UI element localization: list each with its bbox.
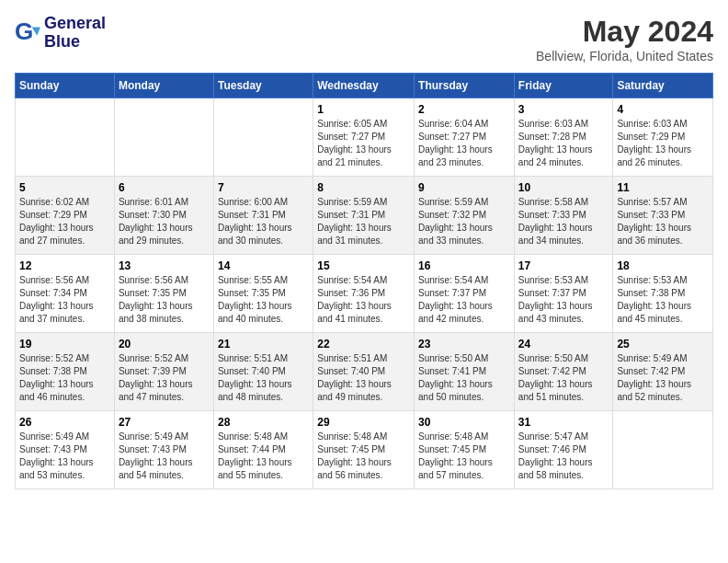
calendar-cell: 17Sunrise: 5:53 AM Sunset: 7:37 PM Dayli…: [514, 255, 613, 333]
column-header-friday: Friday: [514, 74, 613, 98]
day-info: Sunrise: 5:51 AM Sunset: 7:40 PM Dayligh…: [218, 352, 309, 404]
day-info: Sunrise: 6:03 AM Sunset: 7:29 PM Dayligh…: [617, 118, 709, 169]
day-number: 24: [518, 338, 609, 350]
day-info: Sunrise: 6:00 AM Sunset: 7:31 PM Dayligh…: [218, 196, 309, 247]
day-info: Sunrise: 5:54 AM Sunset: 7:36 PM Dayligh…: [317, 274, 410, 326]
day-info: Sunrise: 6:03 AM Sunset: 7:28 PM Dayligh…: [518, 118, 609, 169]
day-info: Sunrise: 6:01 AM Sunset: 7:30 PM Dayligh…: [119, 196, 210, 247]
week-row-4: 19Sunrise: 5:52 AM Sunset: 7:38 PM Dayli…: [16, 333, 713, 411]
day-info: Sunrise: 5:54 AM Sunset: 7:37 PM Dayligh…: [418, 274, 510, 326]
calendar-body: 1Sunrise: 6:05 AM Sunset: 7:27 PM Daylig…: [16, 98, 713, 489]
calendar-cell: 12Sunrise: 5:56 AM Sunset: 7:34 PM Dayli…: [16, 255, 115, 333]
day-info: Sunrise: 5:53 AM Sunset: 7:38 PM Dayligh…: [617, 274, 709, 326]
day-number: 13: [119, 259, 210, 272]
day-number: 4: [617, 103, 709, 116]
logo-text: General Blue: [44, 15, 106, 52]
calendar-cell: 9Sunrise: 5:59 AM Sunset: 7:32 PM Daylig…: [415, 177, 515, 255]
day-number: 5: [19, 181, 110, 194]
calendar-cell: 4Sunrise: 6:03 AM Sunset: 7:29 PM Daylig…: [613, 98, 713, 177]
day-info: Sunrise: 6:04 AM Sunset: 7:27 PM Dayligh…: [418, 118, 510, 169]
calendar-cell: [16, 98, 115, 177]
day-info: Sunrise: 5:56 AM Sunset: 7:34 PM Dayligh…: [19, 274, 110, 326]
day-number: 27: [119, 416, 210, 429]
day-info: Sunrise: 5:59 AM Sunset: 7:31 PM Dayligh…: [317, 196, 410, 247]
title-area: May 2024 Bellview, Florida, United State…: [536, 15, 713, 63]
header-row: SundayMondayTuesdayWednesdayThursdayFrid…: [16, 74, 713, 98]
day-info: Sunrise: 5:49 AM Sunset: 7:43 PM Dayligh…: [19, 431, 110, 482]
calendar-cell: 30Sunrise: 5:48 AM Sunset: 7:45 PM Dayli…: [415, 411, 515, 489]
day-info: Sunrise: 5:53 AM Sunset: 7:37 PM Dayligh…: [518, 274, 609, 326]
logo-line2: Blue: [44, 33, 106, 52]
day-number: 1: [317, 103, 410, 116]
calendar-cell: 20Sunrise: 5:52 AM Sunset: 7:39 PM Dayli…: [114, 333, 213, 411]
main-title: May 2024: [536, 15, 713, 49]
day-number: 16: [418, 259, 510, 272]
day-info: Sunrise: 5:50 AM Sunset: 7:41 PM Dayligh…: [418, 352, 510, 404]
svg-text:G: G: [15, 20, 33, 45]
day-number: 14: [218, 259, 309, 272]
day-info: Sunrise: 5:48 AM Sunset: 7:44 PM Dayligh…: [218, 431, 309, 482]
day-number: 2: [418, 103, 510, 116]
calendar-cell: [114, 98, 213, 177]
calendar-cell: [213, 98, 313, 177]
day-number: 31: [518, 416, 609, 429]
calendar-cell: 26Sunrise: 5:49 AM Sunset: 7:43 PM Dayli…: [16, 411, 115, 489]
week-row-3: 12Sunrise: 5:56 AM Sunset: 7:34 PM Dayli…: [16, 255, 713, 333]
day-number: 7: [218, 181, 309, 194]
day-info: Sunrise: 5:55 AM Sunset: 7:35 PM Dayligh…: [218, 274, 309, 326]
calendar-cell: 24Sunrise: 5:50 AM Sunset: 7:42 PM Dayli…: [514, 333, 613, 411]
calendar-cell: 15Sunrise: 5:54 AM Sunset: 7:36 PM Dayli…: [313, 255, 415, 333]
day-number: 17: [518, 259, 609, 272]
calendar-cell: 25Sunrise: 5:49 AM Sunset: 7:42 PM Dayli…: [613, 333, 713, 411]
day-info: Sunrise: 5:52 AM Sunset: 7:39 PM Dayligh…: [119, 352, 210, 404]
column-header-monday: Monday: [114, 74, 213, 98]
day-info: Sunrise: 5:48 AM Sunset: 7:45 PM Dayligh…: [317, 431, 410, 482]
calendar-cell: 31Sunrise: 5:47 AM Sunset: 7:46 PM Dayli…: [514, 411, 613, 489]
week-row-5: 26Sunrise: 5:49 AM Sunset: 7:43 PM Dayli…: [16, 411, 713, 489]
calendar-cell: 14Sunrise: 5:55 AM Sunset: 7:35 PM Dayli…: [213, 255, 313, 333]
calendar-cell: 11Sunrise: 5:57 AM Sunset: 7:33 PM Dayli…: [613, 177, 713, 255]
week-row-1: 1Sunrise: 6:05 AM Sunset: 7:27 PM Daylig…: [16, 98, 713, 177]
calendar-cell: 18Sunrise: 5:53 AM Sunset: 7:38 PM Dayli…: [613, 255, 713, 333]
column-header-wednesday: Wednesday: [313, 74, 415, 98]
day-info: Sunrise: 5:49 AM Sunset: 7:42 PM Dayligh…: [617, 352, 709, 404]
calendar-table: SundayMondayTuesdayWednesdayThursdayFrid…: [15, 73, 713, 489]
day-number: 15: [317, 259, 410, 272]
calendar-cell: 23Sunrise: 5:50 AM Sunset: 7:41 PM Dayli…: [415, 333, 515, 411]
day-number: 26: [19, 416, 110, 429]
day-info: Sunrise: 5:57 AM Sunset: 7:33 PM Dayligh…: [617, 196, 709, 247]
day-info: Sunrise: 5:58 AM Sunset: 7:33 PM Dayligh…: [518, 196, 609, 247]
day-info: Sunrise: 6:05 AM Sunset: 7:27 PM Dayligh…: [317, 118, 410, 169]
day-number: 6: [119, 181, 210, 194]
day-info: Sunrise: 5:51 AM Sunset: 7:40 PM Dayligh…: [317, 352, 410, 404]
day-number: 22: [317, 338, 410, 350]
day-number: 8: [317, 181, 410, 194]
day-number: 23: [418, 338, 510, 350]
calendar-cell: 28Sunrise: 5:48 AM Sunset: 7:44 PM Dayli…: [213, 411, 313, 489]
day-info: Sunrise: 5:56 AM Sunset: 7:35 PM Dayligh…: [119, 274, 210, 326]
day-number: 25: [617, 338, 709, 350]
day-number: 19: [19, 338, 110, 350]
calendar-cell: 27Sunrise: 5:49 AM Sunset: 7:43 PM Dayli…: [114, 411, 213, 489]
week-row-2: 5Sunrise: 6:02 AM Sunset: 7:29 PM Daylig…: [16, 177, 713, 255]
logo-icon: G: [15, 20, 40, 46]
day-number: 11: [617, 181, 709, 194]
day-number: 10: [518, 181, 609, 194]
day-number: 18: [617, 259, 709, 272]
subtitle: Bellview, Florida, United States: [536, 49, 713, 63]
column-header-saturday: Saturday: [613, 74, 713, 98]
day-info: Sunrise: 5:50 AM Sunset: 7:42 PM Dayligh…: [518, 352, 609, 404]
day-info: Sunrise: 6:02 AM Sunset: 7:29 PM Dayligh…: [19, 196, 110, 247]
day-info: Sunrise: 5:49 AM Sunset: 7:43 PM Dayligh…: [119, 431, 210, 482]
calendar-cell: 1Sunrise: 6:05 AM Sunset: 7:27 PM Daylig…: [313, 98, 415, 177]
calendar-cell: 16Sunrise: 5:54 AM Sunset: 7:37 PM Dayli…: [415, 255, 515, 333]
day-info: Sunrise: 5:59 AM Sunset: 7:32 PM Dayligh…: [418, 196, 510, 247]
calendar-cell: [613, 411, 713, 489]
day-number: 9: [418, 181, 510, 194]
column-header-thursday: Thursday: [415, 74, 515, 98]
day-number: 21: [218, 338, 309, 350]
calendar-cell: 21Sunrise: 5:51 AM Sunset: 7:40 PM Dayli…: [213, 333, 313, 411]
day-number: 20: [119, 338, 210, 350]
day-number: 29: [317, 416, 410, 429]
day-number: 30: [418, 416, 510, 429]
